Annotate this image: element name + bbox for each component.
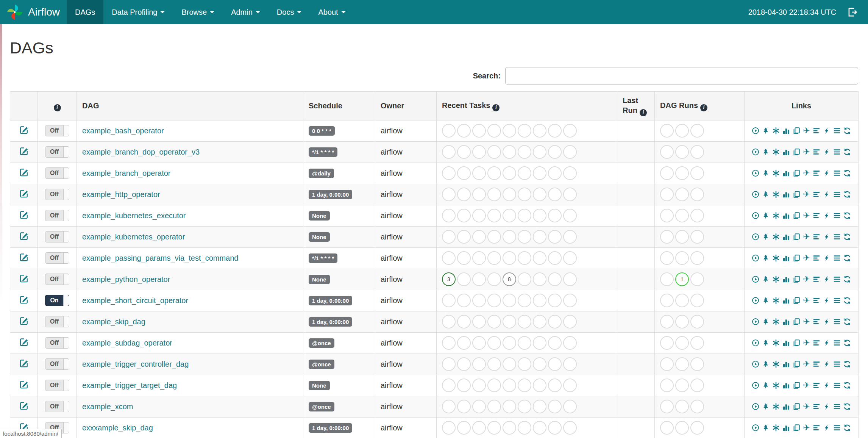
tree-view-icon[interactable] <box>762 382 770 389</box>
task-tries-icon[interactable] <box>793 403 800 410</box>
graph-view-icon[interactable] <box>772 275 780 283</box>
recent-task-state-circle[interactable] <box>518 315 531 328</box>
nav-item-data-profiling[interactable]: Data Profiling <box>103 0 173 24</box>
code-view-icon[interactable] <box>823 233 831 241</box>
recent-task-state-circle[interactable] <box>472 421 486 435</box>
recent-task-state-circle[interactable] <box>442 230 456 244</box>
dag-run-state-circle[interactable] <box>660 145 674 159</box>
logs-icon[interactable] <box>833 254 841 262</box>
recent-task-state-circle[interactable] <box>533 209 546 222</box>
edit-dag-icon[interactable] <box>20 253 28 261</box>
recent-task-state-circle[interactable] <box>487 336 501 350</box>
task-tries-icon[interactable] <box>793 254 800 262</box>
task-duration-icon[interactable] <box>782 148 790 156</box>
task-duration-icon[interactable] <box>782 403 790 410</box>
task-duration-icon[interactable] <box>782 275 790 283</box>
recent-task-state-circle[interactable] <box>472 357 486 371</box>
tree-view-icon[interactable] <box>762 275 770 283</box>
refresh-icon[interactable] <box>843 424 851 432</box>
trigger-dag-icon[interactable] <box>752 297 759 304</box>
recent-task-state-circle[interactable] <box>518 421 531 435</box>
dag-pause-toggle[interactable]: Off <box>45 358 69 370</box>
dag-run-state-circle[interactable] <box>675 209 689 222</box>
logs-icon[interactable] <box>833 403 841 410</box>
edit-dag-icon[interactable] <box>20 168 28 177</box>
recent-task-state-circle[interactable] <box>457 336 471 350</box>
gantt-view-icon[interactable] <box>813 360 820 368</box>
recent-task-state-circle[interactable] <box>548 251 562 265</box>
recent-task-state-circle[interactable] <box>457 188 471 201</box>
gantt-view-icon[interactable] <box>813 297 820 304</box>
graph-view-icon[interactable] <box>772 339 780 347</box>
task-duration-icon[interactable] <box>782 339 790 347</box>
recent-task-state-circle[interactable] <box>487 166 501 180</box>
gantt-view-icon[interactable] <box>813 275 820 283</box>
recent-task-state-circle[interactable] <box>442 400 456 413</box>
dag-run-state-circle[interactable] <box>675 166 689 180</box>
dag-link[interactable]: example_xcom <box>82 402 133 411</box>
task-tries-icon[interactable] <box>793 275 800 283</box>
dag-run-state-circle[interactable] <box>675 145 689 159</box>
graph-view-icon[interactable] <box>772 382 780 389</box>
recent-task-state-circle[interactable] <box>442 124 456 138</box>
task-duration-icon[interactable] <box>782 382 790 389</box>
recent-task-state-circle[interactable] <box>503 209 516 222</box>
nav-item-about[interactable]: About <box>310 0 354 24</box>
recent-task-state-circle[interactable] <box>472 400 486 413</box>
recent-task-state-circle[interactable] <box>533 230 546 244</box>
recent-task-state-circle[interactable] <box>533 421 546 435</box>
refresh-icon[interactable] <box>843 382 851 389</box>
refresh-icon[interactable] <box>843 318 851 325</box>
recent-task-state-circle[interactable] <box>563 357 577 371</box>
recent-task-state-circle[interactable] <box>457 357 471 371</box>
recent-task-state-circle[interactable] <box>563 251 577 265</box>
logs-icon[interactable] <box>833 169 841 177</box>
logs-icon[interactable] <box>833 275 841 283</box>
dag-run-state-circle[interactable] <box>675 357 689 371</box>
dag-run-state-circle[interactable] <box>690 209 704 222</box>
dag-run-state-circle[interactable] <box>675 124 689 138</box>
dag-run-state-circle[interactable] <box>660 124 674 138</box>
tree-view-icon[interactable] <box>762 424 770 432</box>
logs-icon[interactable] <box>833 318 841 325</box>
task-tries-icon[interactable] <box>793 360 800 368</box>
dag-pause-toggle[interactable]: Off <box>45 380 69 391</box>
recent-task-state-circle[interactable] <box>472 251 486 265</box>
logs-icon[interactable] <box>833 360 841 368</box>
recent-task-state-circle[interactable] <box>548 400 562 413</box>
dag-link[interactable]: example_kubernetes_operator <box>82 233 185 241</box>
recent-task-state-circle[interactable] <box>533 336 546 350</box>
recent-task-state-circle[interactable] <box>487 230 501 244</box>
code-view-icon[interactable] <box>823 191 831 198</box>
recent-task-state-circle[interactable] <box>472 379 486 392</box>
code-view-icon[interactable] <box>823 127 831 135</box>
recent-task-state-circle[interactable] <box>503 357 516 371</box>
logs-icon[interactable] <box>833 212 841 219</box>
dag-run-state-circle[interactable] <box>675 379 689 392</box>
recent-task-state-circle[interactable] <box>518 145 531 159</box>
task-duration-icon[interactable] <box>782 127 790 135</box>
dag-link[interactable]: example_branch_operator <box>82 169 171 177</box>
gantt-view-icon[interactable] <box>813 233 820 241</box>
graph-view-icon[interactable] <box>772 148 780 156</box>
dag-run-state-circle[interactable] <box>660 379 674 392</box>
task-duration-icon[interactable] <box>782 254 790 262</box>
dag-link[interactable]: example_trigger_target_dag <box>82 381 177 390</box>
task-duration-icon[interactable] <box>782 424 790 432</box>
refresh-icon[interactable] <box>843 339 851 347</box>
task-duration-icon[interactable] <box>782 360 790 368</box>
logs-icon[interactable] <box>833 148 841 156</box>
recent-task-state-circle[interactable] <box>563 145 577 159</box>
refresh-icon[interactable] <box>843 233 851 241</box>
logs-icon[interactable] <box>833 382 841 389</box>
recent-task-state-circle[interactable] <box>487 315 501 328</box>
task-tries-icon[interactable] <box>793 148 800 156</box>
recent-task-state-circle[interactable] <box>442 294 456 307</box>
tree-view-icon[interactable] <box>762 318 770 325</box>
dag-link[interactable]: example_trigger_controller_dag <box>82 360 189 368</box>
dag-run-state-circle[interactable] <box>660 230 674 244</box>
recent-task-state-circle[interactable] <box>442 209 456 222</box>
code-view-icon[interactable] <box>823 275 831 283</box>
recent-task-state-circle[interactable]: 3 <box>442 272 456 286</box>
dag-link[interactable]: example_skip_dag <box>82 318 145 326</box>
